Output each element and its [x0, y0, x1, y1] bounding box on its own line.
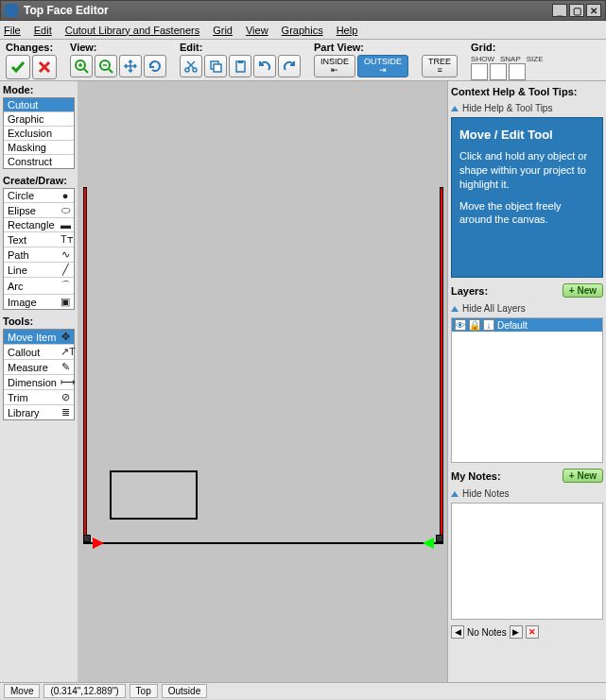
menu-view[interactable]: View	[246, 25, 268, 36]
svg-point-2	[185, 68, 189, 72]
right-panel: Context Help & Tool Tips: Hide Help & To…	[447, 81, 606, 682]
window-title: Top Face Editor	[24, 4, 550, 17]
accept-button[interactable]	[6, 55, 30, 79]
tool-library[interactable]: Library≣	[4, 405, 74, 419]
partview-label: Part View:	[314, 42, 458, 53]
left-panel: Mode: Cutout Graphic Exclusion Masking C…	[0, 81, 78, 682]
help-header: Context Help & Tool Tips:	[451, 84, 603, 99]
cut-button[interactable]	[180, 55, 202, 77]
mode-exclusion[interactable]: Exclusion	[4, 127, 74, 141]
mode-graphic[interactable]: Graphic	[4, 112, 74, 127]
new-layer-button[interactable]: + New	[563, 283, 603, 298]
help-title: Move / Edit Tool	[459, 128, 595, 142]
zoom-in-button[interactable]	[70, 55, 93, 77]
paste-button[interactable]	[229, 55, 251, 77]
grid-show-toggle[interactable]	[471, 63, 488, 80]
notes-box[interactable]	[451, 503, 603, 620]
tool-measure[interactable]: Measure✎	[4, 360, 74, 375]
zoom-out-button[interactable]	[95, 55, 117, 77]
inside-button[interactable]: INSIDE⇤	[314, 55, 355, 77]
notes-label: My Notes:	[451, 470, 501, 482]
menu-help[interactable]: Help	[337, 25, 358, 36]
mode-construct[interactable]: Construct	[4, 155, 74, 168]
mode-cutout[interactable]: Cutout	[4, 98, 74, 112]
hide-notes-link[interactable]: Hide Notes	[451, 488, 603, 499]
minimize-button[interactable]: _	[552, 4, 567, 17]
reject-button[interactable]	[32, 55, 57, 79]
tree-button[interactable]: TREE≡	[422, 55, 458, 77]
grid-snap-label: SNAP	[500, 55, 521, 63]
partview-group: Part View: INSIDE⇤ OUTSIDE⇥ TREE≡	[314, 42, 458, 77]
origin-right	[436, 535, 443, 542]
inside-icon: ⇤	[331, 66, 338, 75]
help-text-2: Move the object freely around the canvas…	[459, 199, 595, 228]
status-tool: Move	[4, 684, 40, 698]
outside-button[interactable]: OUTSIDE⇥	[357, 55, 408, 77]
tool-dimension[interactable]: Dimension⟼	[4, 375, 74, 390]
redo-button[interactable]	[278, 55, 301, 77]
mode-list: Cutout Graphic Exclusion Masking Constru…	[3, 97, 75, 169]
draw-elipse[interactable]: Elipse⬭	[4, 203, 74, 218]
undo-button[interactable]	[253, 55, 276, 77]
layer-default[interactable]: 👁 🔒 ↓ Default	[452, 318, 602, 332]
status-bar: Move (0.314",12.889") Top Outside	[0, 682, 606, 699]
svg-rect-5	[214, 64, 221, 72]
trim-icon: ⊘	[61, 391, 70, 403]
tool-callout[interactable]: Callout↗T	[4, 345, 74, 360]
lock-icon[interactable]: 🔒	[469, 319, 480, 331]
menu-graphics[interactable]: Graphics	[282, 25, 323, 36]
status-face: Top	[130, 684, 158, 698]
view-group: View:	[70, 42, 166, 77]
ellipse-icon: ⬭	[61, 204, 70, 216]
measure-icon: ✎	[61, 361, 70, 373]
tool-trim[interactable]: Trim⊘	[4, 390, 74, 405]
tool-move[interactable]: Move Item✥	[4, 330, 74, 345]
note-next-button[interactable]: ▶	[510, 625, 523, 639]
hide-help-link[interactable]: Hide Help & Tool Tips	[451, 103, 603, 113]
changes-label: Changes:	[6, 42, 57, 53]
menu-grid[interactable]: Grid	[213, 25, 233, 36]
menu-edit[interactable]: Edit	[34, 25, 52, 36]
new-note-button[interactable]: + New	[563, 469, 603, 483]
grid-size-button[interactable]	[509, 63, 526, 80]
notes-header: My Notes: + New	[451, 467, 603, 485]
no-notes-label: No Notes	[467, 627, 507, 638]
circle-icon: ●	[61, 190, 70, 201]
draw-line[interactable]: Line╱	[4, 263, 74, 278]
tools-section-label: Tools:	[3, 316, 75, 327]
canvas[interactable]	[78, 81, 447, 682]
mode-masking[interactable]: Masking	[4, 141, 74, 155]
move-icon: ✥	[61, 331, 70, 343]
close-button[interactable]: ✕	[586, 4, 601, 17]
draw-path[interactable]: Path∿	[4, 248, 74, 263]
refresh-button[interactable]	[144, 55, 166, 77]
draw-image[interactable]: Image▣	[4, 295, 74, 309]
menu-cutout-library[interactable]: Cutout Library and Fasteners	[65, 25, 199, 36]
edit-group: Edit:	[180, 42, 301, 77]
maximize-button[interactable]: ▢	[569, 4, 584, 17]
draw-rectangle[interactable]: Rectangle▬	[4, 218, 74, 232]
menu-bar: File Edit Cutout Library and Fasteners G…	[0, 21, 606, 40]
note-prev-button[interactable]: ◀	[451, 625, 464, 639]
origin-left	[83, 535, 91, 542]
layers-header: Layers: + New	[451, 282, 603, 299]
hide-layers-link[interactable]: Hide All Layers	[451, 303, 603, 314]
layer-order-icon[interactable]: ↓	[483, 319, 494, 331]
draw-list: Circle● Elipse⬭ Rectangle▬ TextTᴛ Path∿ …	[3, 188, 75, 310]
status-coords: (0.314",12.889")	[43, 684, 125, 698]
status-side: Outside	[162, 684, 207, 698]
toolbar: Changes: View: Edit: Part View: INSIDE⇤ …	[0, 40, 606, 81]
x-axis-arrow-right-icon	[423, 538, 434, 549]
draw-circle[interactable]: Circle●	[4, 189, 74, 203]
cutout-rectangle[interactable]	[110, 470, 198, 520]
visibility-icon[interactable]: 👁	[455, 319, 466, 331]
changes-group: Changes:	[6, 42, 57, 79]
menu-file[interactable]: File	[4, 25, 21, 36]
outside-icon: ⇥	[379, 66, 387, 75]
copy-button[interactable]	[204, 55, 227, 77]
draw-text[interactable]: TextTᴛ	[4, 232, 74, 248]
note-delete-button[interactable]: ✕	[526, 625, 539, 639]
draw-arc[interactable]: Arc⌒	[4, 278, 74, 295]
grid-snap-toggle[interactable]	[490, 63, 507, 80]
pan-button[interactable]	[119, 55, 142, 77]
